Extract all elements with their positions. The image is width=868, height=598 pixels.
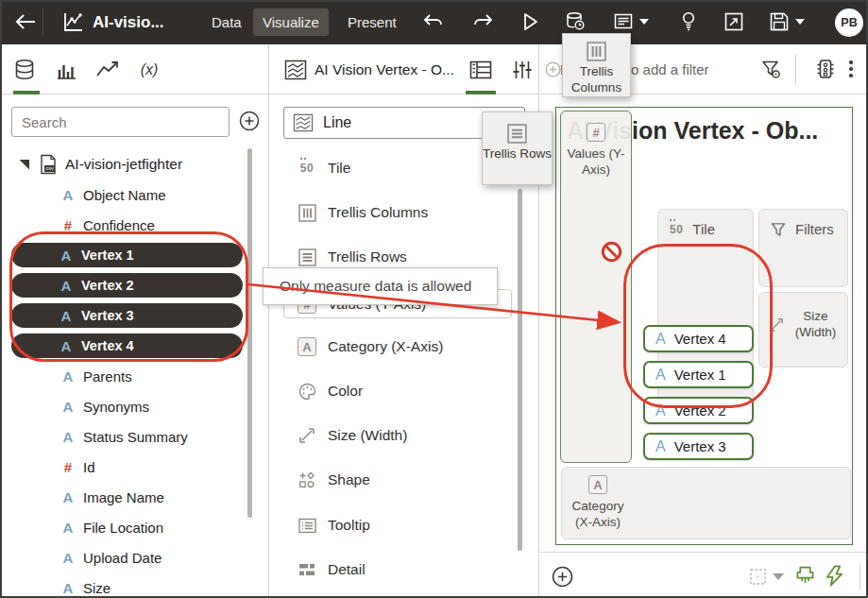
tab-visualize[interactable]: Visualize — [253, 9, 329, 36]
tab-data[interactable]: Data — [202, 9, 251, 36]
grammar-item-label: Tile — [328, 160, 350, 177]
notes-button[interactable] — [609, 8, 638, 36]
back-button[interactable] — [11, 8, 40, 36]
undo-button[interactable] — [419, 8, 448, 36]
filter-settings-icon[interactable] — [761, 60, 782, 80]
active-tab-underline — [13, 91, 40, 94]
field-label: Size — [83, 580, 111, 596]
tab-parameters[interactable]: (x) — [134, 55, 164, 85]
oracle-analytics-window: AI-visio... Data Visualize Present PB — [0, 0, 868, 598]
tab-properties[interactable] — [507, 55, 537, 85]
chevron-down-icon — [773, 573, 784, 580]
refresh-data-button[interactable] — [561, 8, 589, 36]
chart-type-value: Line — [323, 114, 351, 131]
grammar-panel-scrollbar[interactable] — [518, 189, 522, 551]
assigned-field-pill[interactable]: AVertex 3 — [643, 433, 754, 460]
lightbulb-icon — [680, 11, 697, 32]
open-in-new-icon — [724, 12, 743, 31]
search-box[interactable] — [11, 107, 230, 137]
canvas-properties-icon[interactable] — [815, 59, 836, 79]
save-button[interactable] — [765, 8, 793, 36]
save-icon — [770, 12, 789, 31]
grammar-item-detail[interactable]: Detail — [269, 557, 539, 582]
add-dataset-button[interactable] — [239, 111, 260, 135]
add-visualization-button[interactable] — [552, 566, 573, 588]
drop-zone-label: Size (Width) — [788, 308, 844, 340]
insights-button[interactable] — [674, 8, 703, 36]
grammar-panel-header: AI Vision Vertex - O... — [269, 44, 538, 94]
tab-visualizations[interactable] — [51, 55, 81, 85]
viz-name: AI Vision Vertex - O... — [315, 44, 454, 94]
number-field-icon: # — [59, 459, 77, 475]
plus-circle-icon — [239, 111, 260, 131]
active-tab-underline — [466, 91, 496, 94]
grammar-item-size[interactable]: Size (Width) — [269, 423, 539, 448]
field-row[interactable]: AFile Location — [0, 512, 269, 542]
tab-data-elements[interactable] — [9, 55, 40, 85]
grammar-item-tooltip[interactable]: Tooltip — [269, 513, 539, 538]
search-input[interactable] — [12, 108, 229, 136]
preview-button[interactable] — [517, 8, 545, 36]
back-arrow-icon — [15, 14, 36, 29]
play-icon — [522, 12, 539, 31]
field-row[interactable]: ASize — [0, 572, 269, 598]
user-avatar[interactable]: PB — [835, 9, 863, 37]
drag-ghost-trellis-columns: Trellis Columns — [562, 33, 631, 97]
field-row[interactable]: #Id — [0, 452, 269, 482]
field-row[interactable]: AObject Name — [0, 179, 269, 210]
auto-insights-icon[interactable] — [825, 565, 844, 587]
sliders-icon — [512, 60, 533, 80]
tab-analytics[interactable] — [93, 55, 123, 85]
dataset-row[interactable]: csv AI-vision-jetfighter — [0, 149, 269, 179]
grammar-item-category[interactable]: A Category (X-Axis) — [269, 334, 539, 359]
grammar-item-trellis-rows[interactable]: Trellis Rows — [269, 245, 539, 269]
values-icon: # — [587, 123, 605, 142]
csv-file-icon: csv — [39, 154, 58, 175]
line-chart-icon — [293, 113, 314, 132]
funnel-icon — [771, 222, 786, 237]
drop-zone-label: Filters — [795, 221, 834, 237]
field-row[interactable]: AParents — [0, 361, 269, 391]
field-label: Id — [83, 459, 95, 475]
svg-text:csv: csv — [45, 165, 54, 171]
annotation-arrow — [236, 272, 633, 334]
tab-present[interactable]: Present — [338, 9, 406, 36]
drag-ghost-label: Trellis Columns — [571, 64, 621, 94]
redo-button[interactable] — [468, 8, 497, 36]
field-row[interactable]: AUpload Date — [0, 542, 269, 572]
grammar-item-trellis-columns[interactable]: Trellis Columns — [269, 200, 539, 225]
chevron-down-icon — [639, 19, 649, 25]
format-brush-icon[interactable] — [795, 566, 815, 587]
expand-caret-icon[interactable] — [19, 160, 29, 170]
grammar-item-shape[interactable]: Shape — [269, 468, 539, 492]
detail-icon — [298, 562, 315, 577]
canvas-menu-button[interactable] — [849, 60, 853, 64]
save-dropdown-caret[interactable] — [791, 8, 809, 36]
chevron-down-icon — [795, 19, 805, 25]
field-label: Confidence — [83, 217, 155, 233]
bar-chart-icon — [55, 59, 77, 81]
grammar-item-label: Category (X-Axis) — [328, 338, 443, 355]
field-label: Synonyms — [83, 399, 149, 415]
open-in-window-button[interactable] — [720, 8, 748, 36]
drop-zone-category-x-axis[interactable]: A Category (X-Axis) — [561, 467, 851, 539]
function-icon: (x) — [141, 61, 159, 78]
add-filter-icon — [545, 61, 561, 77]
trellis-rows-icon — [298, 248, 316, 266]
layout-dropdown-caret[interactable] — [773, 573, 784, 580]
drop-zone-filters[interactable]: Filters — [758, 209, 848, 287]
grammar-item-label: Detail — [328, 561, 366, 578]
field-row[interactable]: AImage Name — [0, 482, 269, 512]
number-field-icon: # — [59, 217, 77, 233]
notes-dropdown-caret[interactable] — [635, 8, 654, 36]
drag-ghost-label: Trellis Rows — [483, 146, 552, 161]
grammar-item-color[interactable]: Color — [269, 379, 539, 403]
refresh-data-icon — [565, 11, 586, 32]
annotation-rect-left — [9, 231, 248, 362]
field-row[interactable]: AStatus Summary — [0, 421, 269, 452]
grammar-item-label: Trellis Rows — [328, 248, 407, 265]
color-palette-icon — [298, 383, 316, 401]
layout-grid-icon[interactable] — [750, 569, 766, 585]
tab-grammar[interactable] — [466, 55, 496, 85]
field-row[interactable]: ASynonyms — [0, 391, 269, 421]
